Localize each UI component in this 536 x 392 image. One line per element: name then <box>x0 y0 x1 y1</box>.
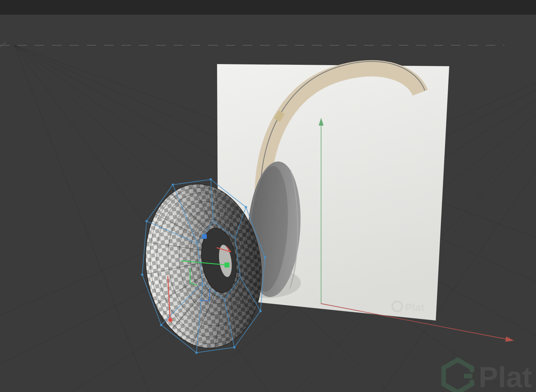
gizmo-center-handle[interactable] <box>224 263 229 267</box>
gizmo-z-handle[interactable] <box>202 234 207 239</box>
watermark: Plat <box>444 360 532 392</box>
plane-watermark-text: Plat <box>405 301 424 313</box>
x-axis-arrow-icon <box>505 336 514 342</box>
horizon-dashed-line <box>0 42 504 47</box>
gizmo-x-endpoint[interactable] <box>168 318 172 322</box>
watermark-text: Plat <box>479 361 532 392</box>
3d-viewport[interactable]: Plat <box>0 0 536 392</box>
